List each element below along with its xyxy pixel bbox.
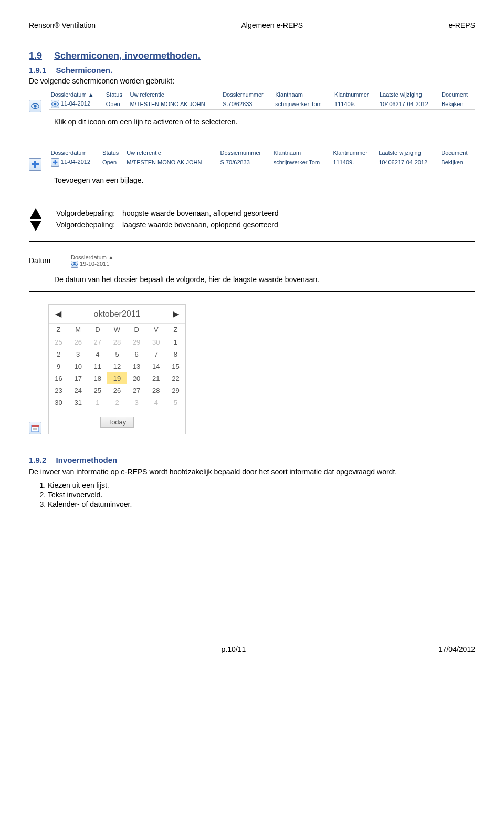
row-eye-icon[interactable]	[71, 261, 78, 268]
cell-klantnummer: 111409.	[331, 157, 376, 168]
calendar-day[interactable]: 14	[146, 360, 166, 372]
calendar-prev-icon[interactable]: ◀	[55, 309, 61, 319]
calendar-day[interactable]: 26	[107, 384, 127, 397]
calendar-day[interactable]: 5	[166, 397, 185, 409]
calendar-dow: Z	[49, 324, 68, 336]
col-uwreferentie[interactable]: Uw referentie	[128, 90, 221, 99]
sort-description: Volgordebepaling:hoogste waarde bovenaan…	[55, 207, 286, 231]
calendar-day[interactable]: 1	[166, 336, 185, 349]
calendar-day[interactable]: 26	[68, 336, 88, 349]
calendar-today-button[interactable]: Today	[100, 417, 134, 428]
cell-laatstewijziging: 10406217-04-2012	[376, 157, 439, 168]
subsection-2-title: Invoermethoden	[56, 455, 118, 464]
calendar-icon[interactable]	[29, 422, 41, 434]
calendar-title: oktober2011	[94, 309, 141, 319]
calendar-day[interactable]: 2	[49, 348, 68, 360]
calendar-day[interactable]: 18	[88, 372, 107, 384]
calendar-day[interactable]: 3	[127, 397, 146, 409]
col-document[interactable]: Document	[439, 149, 475, 157]
calendar-day[interactable]: 2	[107, 397, 127, 409]
col-klantnummer[interactable]: Klantnummer	[332, 90, 377, 99]
col-klantnaam[interactable]: Klantnaam	[271, 149, 331, 157]
svg-point-1	[34, 105, 36, 107]
calendar-day[interactable]: 30	[49, 397, 68, 409]
col-dossiernummer[interactable]: Dossiernummer	[220, 90, 273, 99]
col-laatstewijziging[interactable]: Laatste wijziging	[377, 90, 439, 99]
calendar-day[interactable]: 15	[166, 360, 185, 372]
separator	[29, 194, 475, 194]
calendar-day[interactable]: 1	[88, 397, 107, 409]
calendar-day[interactable]: 4	[88, 348, 107, 360]
col-klantnaam[interactable]: Klantnaam	[273, 90, 332, 99]
calendar-day[interactable]: 8	[166, 348, 185, 360]
calendar-day[interactable]: 28	[107, 336, 127, 349]
calendar-day[interactable]: 29	[127, 336, 146, 349]
list-item: Tekst invoerveld.	[48, 491, 475, 499]
datum-caption: De datum van het dossier bepaalt de volg…	[54, 275, 475, 284]
col-klantnummer[interactable]: Klantnummer	[331, 149, 376, 157]
col-laatstewijziging[interactable]: Laatste wijziging	[376, 149, 439, 157]
row-eye-icon[interactable]	[51, 100, 59, 108]
col-status[interactable]: Status	[100, 149, 124, 157]
eye-icon[interactable]	[29, 100, 41, 112]
datum-block: Datum Dossierdatum ▲ 19-10-2011	[29, 254, 475, 268]
col-uwreferentie[interactable]: Uw referentie	[124, 149, 218, 157]
invoermethoden-list: Kiezen uit een lijst. Tekst invoerveld. …	[48, 481, 475, 508]
calendar-day[interactable]: 4	[146, 397, 166, 409]
calendar-day[interactable]: 24	[68, 384, 88, 397]
cell-document[interactable]: Bekijken	[439, 157, 475, 168]
cell-dossierdatum: 11-04-2012	[61, 159, 90, 165]
calendar-dow: D	[88, 324, 107, 336]
calendar-day[interactable]: 5	[107, 348, 127, 360]
table-row[interactable]: 11-04-2012 Open M/TESTEN MONO AK JOHN S.…	[49, 157, 475, 168]
calendar-day[interactable]: 19	[107, 372, 127, 384]
calendar-day[interactable]: 23	[49, 384, 68, 397]
col-dossiernummer[interactable]: Dossiernummer	[218, 149, 271, 157]
calendar-day[interactable]: 31	[68, 397, 88, 409]
calendar-day[interactable]: 16	[49, 372, 68, 384]
calendar-day[interactable]: 7	[146, 348, 166, 360]
calendar-day[interactable]: 27	[127, 384, 146, 397]
calendar-day[interactable]: 22	[166, 372, 185, 384]
col-document[interactable]: Document	[439, 90, 475, 99]
subsection-1-title: Schermiconen.	[56, 66, 113, 75]
col-status[interactable]: Status	[104, 90, 128, 99]
calendar-block: ◀ oktober2011 ▶ ZMDWDVZ 2526272829301234…	[29, 304, 475, 434]
table-row[interactable]: 11-04-2012 Open M/TESTEN MONO AK JOHN S.…	[49, 99, 475, 110]
separator	[29, 241, 475, 242]
calendar-next-icon[interactable]: ▶	[173, 309, 179, 319]
calendar-day[interactable]: 13	[127, 360, 146, 372]
plus-icon[interactable]	[29, 158, 41, 171]
calendar-day[interactable]: 28	[146, 384, 166, 397]
cell-document[interactable]: Bekijken	[439, 99, 475, 110]
header-center: Algemeen e-REPS	[241, 21, 303, 29]
svg-point-3	[54, 103, 56, 106]
subsection-2-heading: 1.9.2 Invoermethoden	[29, 455, 475, 464]
calendar-day[interactable]: 9	[49, 360, 68, 372]
col-dossierdatum[interactable]: Dossierdatum ▲	[49, 90, 104, 99]
calendar-widget[interactable]: ◀ oktober2011 ▶ ZMDWDVZ 2526272829301234…	[48, 304, 186, 434]
cell-klantnummer: 111409.	[332, 99, 377, 110]
datum-mini-preview: Dossierdatum ▲ 19-10-2011	[71, 254, 114, 268]
calendar-day[interactable]: 30	[146, 336, 166, 349]
calendar-day[interactable]: 25	[49, 336, 68, 349]
col-dossierdatum[interactable]: Dossierdatum	[49, 149, 100, 157]
calendar-day[interactable]: 10	[68, 360, 88, 372]
calendar-day[interactable]: 6	[127, 348, 146, 360]
sort-block: Volgordebepaling:hoogste waarde bovenaan…	[29, 207, 475, 234]
calendar-day[interactable]: 20	[127, 372, 146, 384]
example-row-eye: Dossierdatum ▲ Status Uw referentie Doss…	[29, 90, 475, 112]
calendar-day[interactable]: 21	[146, 372, 166, 384]
sort-desc-1: hoogste waarde bovenaan, aflopend gesort…	[122, 208, 285, 219]
header-left: Renson® Ventilation	[29, 21, 96, 29]
calendar-day[interactable]: 25	[88, 384, 107, 397]
svg-rect-7	[52, 162, 57, 163]
calendar-day[interactable]: 3	[68, 348, 88, 360]
calendar-day[interactable]: 12	[107, 360, 127, 372]
row-plus-icon[interactable]	[51, 158, 59, 167]
calendar-day[interactable]: 11	[88, 360, 107, 372]
calendar-day[interactable]: 29	[166, 384, 185, 397]
calendar-day[interactable]: 17	[68, 372, 88, 384]
calendar-day[interactable]: 27	[88, 336, 107, 349]
page-footer: p.10/11 17/04/2012	[29, 645, 475, 653]
